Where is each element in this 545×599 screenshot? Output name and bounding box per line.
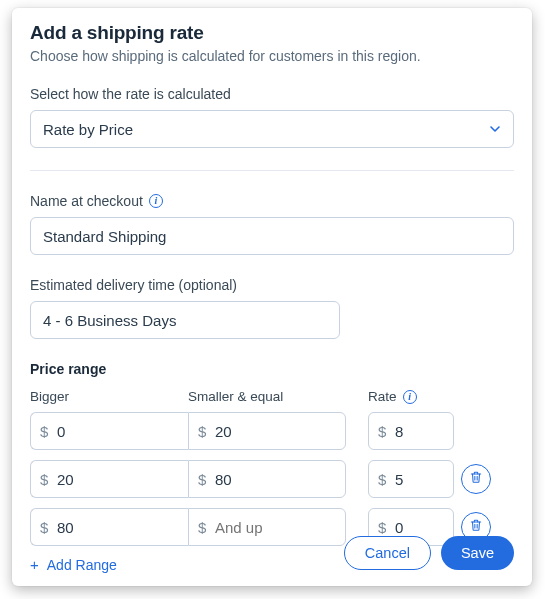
- range-row: $$$: [30, 412, 514, 450]
- modal-title: Add a shipping rate: [30, 22, 514, 44]
- shipping-rate-panel: Add a shipping rate Choose how shipping …: [12, 8, 532, 586]
- name-label: Name at checkout i: [30, 193, 514, 209]
- bigger-input[interactable]: [30, 412, 188, 450]
- currency-symbol: $: [40, 423, 48, 440]
- info-icon[interactable]: i: [149, 194, 163, 208]
- footer: Cancel Save: [344, 536, 514, 570]
- col-rate-text: Rate: [368, 389, 397, 404]
- plus-icon: +: [30, 556, 39, 573]
- currency-symbol: $: [40, 519, 48, 536]
- price-range-title: Price range: [30, 361, 514, 377]
- info-icon[interactable]: i: [403, 390, 417, 404]
- currency-symbol: $: [378, 423, 386, 440]
- currency-symbol: $: [378, 519, 386, 536]
- calc-select-value: Rate by Price: [43, 121, 133, 138]
- bigger-input[interactable]: [30, 460, 188, 498]
- col-rate-label: Rate i: [368, 389, 454, 404]
- chevron-down-icon: [489, 121, 501, 138]
- calc-select[interactable]: Rate by Price: [30, 110, 514, 148]
- smaller-input[interactable]: [188, 412, 346, 450]
- range-header: Bigger Smaller & equal Rate i: [30, 389, 514, 404]
- currency-symbol: $: [378, 471, 386, 488]
- col-smaller-label: Smaller & equal: [188, 389, 346, 404]
- calc-label: Select how the rate is calculated: [30, 86, 514, 102]
- smaller-input[interactable]: [188, 508, 346, 546]
- smaller-input[interactable]: [188, 460, 346, 498]
- currency-symbol: $: [198, 423, 206, 440]
- divider: [30, 170, 514, 171]
- delivery-label: Estimated delivery time (optional): [30, 277, 514, 293]
- currency-symbol: $: [40, 471, 48, 488]
- range-rows: $$$$$$$$$: [30, 412, 514, 546]
- delivery-input[interactable]: [30, 301, 340, 339]
- bigger-input[interactable]: [30, 508, 188, 546]
- add-range-label: Add Range: [47, 557, 117, 573]
- name-label-text: Name at checkout: [30, 193, 143, 209]
- modal-subtitle: Choose how shipping is calculated for cu…: [30, 48, 514, 64]
- cancel-button[interactable]: Cancel: [344, 536, 431, 570]
- trash-icon: [469, 470, 483, 488]
- delete-row-button[interactable]: [461, 464, 491, 494]
- trash-icon: [469, 518, 483, 536]
- range-row: $$$: [30, 460, 514, 498]
- currency-symbol: $: [198, 471, 206, 488]
- save-button[interactable]: Save: [441, 536, 514, 570]
- col-bigger-label: Bigger: [30, 389, 188, 404]
- currency-symbol: $: [198, 519, 206, 536]
- name-input[interactable]: [30, 217, 514, 255]
